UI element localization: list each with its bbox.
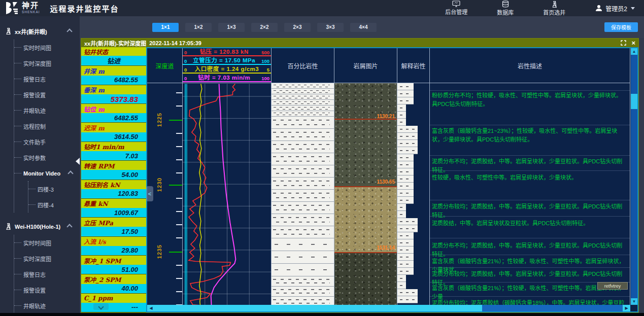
sidebar-item-文件助手[interactable]: 文件助手 bbox=[14, 134, 80, 150]
depth-tick-label: 1235 bbox=[156, 244, 162, 259]
sidebar-item-报警日志[interactable]: 报警日志 bbox=[14, 266, 80, 282]
sidebar-item-报警日志[interactable]: 报警日志 bbox=[14, 71, 80, 87]
curve-track bbox=[183, 83, 272, 307]
params-collapse-handle[interactable]: < bbox=[146, 186, 153, 201]
interpreted-lithology-row bbox=[397, 161, 414, 168]
tree-dash bbox=[28, 189, 36, 189]
tree-dash bbox=[14, 110, 21, 111]
collapse-caret-icon[interactable] bbox=[67, 170, 73, 176]
lithology-description-text: 泥质分布不均；泥质胶结，中等。岩屑呈块状，少量豆粒状。具PDC钻头切削特征。 bbox=[432, 241, 626, 259]
cuttings-photo-track: 1130.211130.651131.14 bbox=[334, 83, 397, 307]
layout-button-4×4[interactable]: 4×4 bbox=[350, 23, 377, 32]
parameter-label: 立压 MPa bbox=[81, 218, 146, 227]
depth-minor-tick bbox=[176, 198, 182, 199]
scroll-up-icon[interactable]: ▲ bbox=[631, 48, 637, 55]
interpreted-lithology-row bbox=[397, 112, 406, 119]
curve-max: 500 bbox=[261, 50, 269, 55]
close-icon[interactable]: × bbox=[631, 40, 635, 46]
lithology-percent-row bbox=[272, 100, 334, 106]
sidebar-tree: xx井(新井眼)实时时间图实时深度图报警日志报警设置井眼轨迹远程控制文件助手实时… bbox=[0, 23, 80, 313]
sidebar-item-四楼-3[interactable]: 四楼-3 bbox=[28, 181, 80, 197]
layout-button-1×1[interactable]: 1×1 bbox=[152, 23, 179, 32]
parameter-row: 钻位 m6482.55 bbox=[81, 104, 146, 123]
sidebar-collapse-arrow-icon[interactable] bbox=[76, 158, 80, 165]
sidebar-item-label: Monitor Video bbox=[23, 170, 60, 177]
app-root: 神开 SHENKAI 远程录井监控平台 后台管理 数据库 bbox=[0, 0, 644, 316]
depth-major-tick bbox=[169, 252, 182, 253]
sidebar-item-井眼轨迹[interactable]: 井眼轨迹 bbox=[14, 102, 80, 118]
depth-tick-label: 1230 bbox=[156, 178, 162, 192]
depth-minor-tick bbox=[176, 237, 182, 238]
layout-button-2×2[interactable]: 2×2 bbox=[251, 23, 278, 32]
sidebar-item-实时时间图[interactable]: 实时时间图 bbox=[14, 235, 80, 251]
vertical-scroll-thumb[interactable] bbox=[631, 94, 637, 109]
brand-text: 神开 SHENKAI bbox=[22, 2, 40, 14]
lithology-description-track: 粉砂质分布不均；性较硬，吸水性、可塑性中等。岩屑呈块状，少量碎块状。具PDC钻头… bbox=[430, 83, 630, 307]
sidebar-item-label: 远程控制 bbox=[23, 122, 46, 130]
well-select-derrick-icon bbox=[551, 1, 558, 8]
interpreted-lithology-row bbox=[397, 126, 418, 133]
scroll-down-icon[interactable]: ▼ bbox=[631, 298, 637, 305]
curve-plot bbox=[183, 83, 271, 307]
interpreted-lithology-row bbox=[397, 90, 414, 97]
parameter-panel: 钻井状态钻进井深 m6482.55垂深 m5373.83钻位 m6482.55迟… bbox=[81, 47, 146, 312]
vertical-scrollbar[interactable]: ▲ ▼ bbox=[631, 48, 637, 305]
tree-dash bbox=[14, 157, 21, 158]
top-header: 神开 SHENKAI 远程录井监控平台 后台管理 数据库 bbox=[0, 0, 644, 16]
parameter-row: 立压 MPa17.50 bbox=[81, 218, 146, 236]
nav-admin[interactable]: 后台管理 bbox=[445, 1, 467, 16]
collapse-caret-icon[interactable] bbox=[66, 224, 72, 229]
sidebar-well-header[interactable]: xx井(新井眼) bbox=[0, 23, 80, 40]
parameter-value: 3614.50 bbox=[81, 132, 146, 142]
interpreted-lithology-row bbox=[397, 119, 406, 126]
scroll-right-icon[interactable]: ▶ bbox=[623, 305, 630, 311]
sidebar-item-label: 实时参数 bbox=[23, 154, 46, 162]
parameter-label: 泵冲_2 SPM bbox=[81, 274, 146, 284]
sidebar-item-报警设置[interactable]: 报警设置 bbox=[14, 282, 80, 298]
sidebar-item-报警设置[interactable]: 报警设置 bbox=[14, 87, 80, 102]
sidebar-item-Monitor Video[interactable]: Monitor Video bbox=[14, 165, 80, 181]
depth-track-header: 深度道 bbox=[147, 48, 183, 83]
layout-button-1×3[interactable]: 1×3 bbox=[218, 23, 245, 32]
layout-button-3×3[interactable]: 3×3 bbox=[317, 23, 344, 32]
brand-name-en: SHENKAI bbox=[22, 11, 40, 14]
depth-major-tick bbox=[169, 120, 182, 121]
interpreted-lithology-row bbox=[397, 140, 418, 147]
sidebar-item-实时深度图[interactable]: 实时深度图 bbox=[14, 55, 80, 71]
depth-minor-tick bbox=[176, 265, 182, 266]
horizontal-scrollbar[interactable]: ◀ ▶ bbox=[147, 305, 630, 311]
nav-database[interactable]: 数据库 bbox=[497, 1, 514, 16]
layout-button-1×2[interactable]: 1×2 bbox=[185, 23, 212, 32]
horizontal-scroll-thumb[interactable] bbox=[155, 305, 482, 311]
sidebar-item-四楼-4[interactable]: 四楼-4 bbox=[28, 197, 80, 213]
sidebar-well-header[interactable]: Wei-H100(Hole-1) bbox=[0, 219, 80, 235]
depth-minor-tick bbox=[176, 133, 182, 134]
user-menu[interactable]: 管理员2 bbox=[595, 4, 635, 13]
sidebar-item-实时深度图[interactable]: 实时深度图 bbox=[14, 251, 80, 266]
param-dropdown-button[interactable] bbox=[93, 303, 109, 310]
fullscreen-icon[interactable] bbox=[621, 40, 626, 46]
sidebar-item-远程控制[interactable]: 远程控制 bbox=[14, 118, 80, 134]
nav-well-select[interactable]: 首页选井 bbox=[543, 1, 565, 16]
nav-admin-label: 后台管理 bbox=[445, 8, 467, 16]
scroll-left-icon[interactable]: ◀ bbox=[147, 305, 155, 311]
layout-button-2×3[interactable]: 2×3 bbox=[284, 23, 311, 32]
sidebar-item-井眼轨迹[interactable]: 井眼轨迹 bbox=[14, 298, 80, 313]
sidebar-item-label: 实时深度图 bbox=[23, 59, 51, 67]
lithology-percent-row bbox=[272, 178, 334, 190]
parameter-row: 泵冲_2 SPM40.00 bbox=[81, 274, 146, 293]
description-separator bbox=[430, 238, 630, 238]
lithology-percent-row bbox=[272, 276, 334, 287]
sidebar-item-实时参数[interactable]: 实时参数 bbox=[14, 150, 80, 165]
panel-body: 钻井状态钻进井深 m6482.55垂深 m5373.83钻位 m6482.55迟… bbox=[81, 47, 638, 312]
sidebar-item-label: 报警设置 bbox=[23, 286, 46, 294]
parameter-value: 29.80 bbox=[81, 246, 146, 255]
depth-minor-tick bbox=[176, 278, 182, 279]
derrick-icon bbox=[5, 223, 12, 231]
sidebar-item-实时时间图[interactable]: 实时时间图 bbox=[14, 40, 80, 55]
description-separator bbox=[430, 155, 630, 156]
tree-dash bbox=[14, 142, 21, 142]
header-nav: 后台管理 数据库 首页选井 bbox=[445, 1, 644, 16]
save-template-button[interactable]: 保存模板 bbox=[604, 22, 638, 32]
collapse-caret-icon[interactable] bbox=[66, 28, 72, 34]
